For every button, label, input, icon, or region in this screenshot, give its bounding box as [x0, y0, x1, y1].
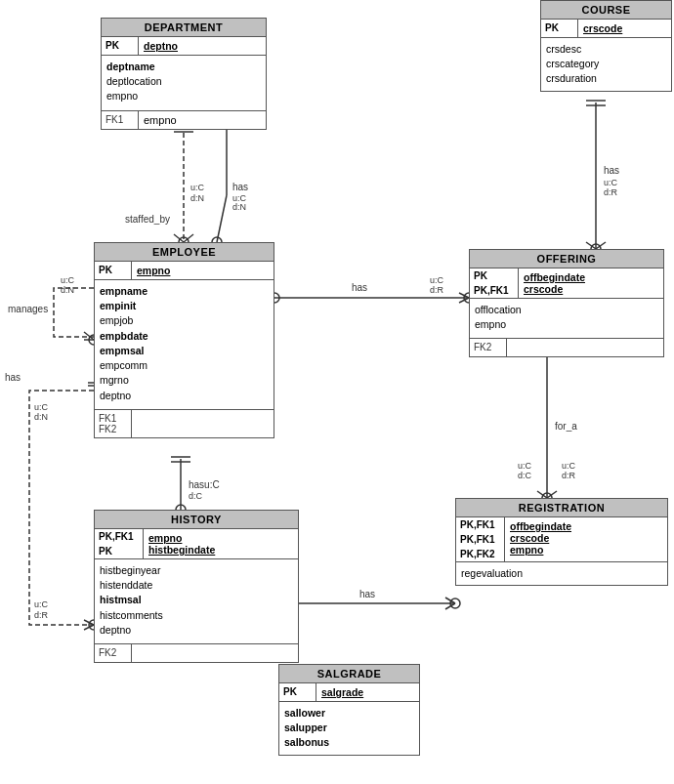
svg-line-74 — [445, 603, 455, 609]
dept-attr-empno: empno — [106, 89, 261, 103]
offering-attr-offlocation: offlocation — [475, 303, 658, 317]
svg-text:staffed_by: staffed_by — [125, 214, 170, 225]
department-pk-attr: deptno — [139, 37, 183, 55]
history-attr-histcomments: histcomments — [100, 608, 293, 623]
svg-line-17 — [84, 332, 94, 340]
svg-point-72 — [450, 598, 460, 608]
course-pk-attr: crscode — [578, 20, 627, 37]
entity-offering: OFFERING PK PK,FK1 offbegindate crscode … — [469, 249, 664, 357]
svg-line-3 — [184, 234, 193, 242]
employee-pk-field: empno — [137, 265, 170, 276]
history-pk-attrs: empno histbegindate — [144, 529, 298, 558]
reg-pk-field1: offbegindate — [510, 520, 662, 532]
offering-pk-attrs: offbegindate crscode — [519, 268, 663, 298]
dept-fk1-attr: empno — [139, 111, 266, 129]
course-pk-field: crscode — [583, 22, 622, 34]
entity-employee: EMPLOYEE PK empno empname empinit empjob… — [94, 242, 274, 438]
course-attr-crsduration: crsduration — [546, 71, 666, 86]
svg-line-24 — [84, 620, 94, 625]
history-pk-label1: PK,FK1 — [95, 529, 143, 544]
svg-text:has: has — [5, 372, 21, 383]
reg-pk-label1: PK,FK1 — [456, 517, 504, 532]
offering-header: OFFERING — [470, 250, 663, 268]
offering-pk-field2: crscode — [524, 283, 658, 295]
svg-text:d:N: d:N — [190, 193, 204, 203]
offering-pk-field1: offbegindate — [524, 271, 658, 283]
emp-attr-deptno: deptno — [100, 389, 269, 403]
salgrade-attr-salbonus: salbonus — [284, 735, 414, 750]
svg-text:u:C: u:C — [604, 178, 618, 187]
svg-text:u:C: u:C — [61, 275, 75, 285]
svg-text:d:R: d:R — [34, 610, 49, 620]
svg-line-38 — [459, 293, 469, 298]
history-attr-deptno: deptno — [100, 623, 293, 638]
course-attr-crscategory: crscategory — [546, 57, 666, 71]
salgrade-attr-sallower: sallower — [284, 706, 414, 721]
svg-text:d:R: d:R — [562, 471, 576, 480]
history-pk-label2: PK — [95, 544, 143, 558]
course-attr-crsdesc: crsdesc — [546, 42, 666, 57]
svg-line-10 — [217, 195, 227, 242]
svg-text:has: has — [352, 282, 367, 293]
svg-line-2 — [174, 234, 184, 242]
salgrade-attr-salupper: salupper — [284, 721, 414, 735]
svg-text:has: has — [604, 165, 619, 176]
entity-course: COURSE PK crscode crsdesc crscategory cr… — [540, 0, 672, 92]
svg-text:d:C: d:C — [189, 491, 203, 501]
svg-text:manages: manages — [8, 304, 48, 314]
svg-line-73 — [445, 598, 455, 603]
svg-text:hasu:C: hasu:C — [189, 479, 220, 490]
svg-text:u:C: u:C — [34, 402, 49, 412]
employee-pk-attr: empno — [132, 262, 175, 279]
history-fk2-attr — [132, 644, 298, 662]
reg-pk-label2: PK,FK1 — [456, 532, 504, 547]
svg-text:for_a: for_a — [555, 421, 577, 432]
emp-attr-empinit: empinit — [100, 299, 269, 313]
offering-pk-label2: PK,FK1 — [470, 283, 518, 298]
dept-fk1-label: FK1 — [102, 111, 139, 129]
employee-header: EMPLOYEE — [95, 243, 274, 262]
reg-attr-regevaluation: regevaluation — [461, 566, 662, 581]
history-fk2-label: FK2 — [95, 644, 132, 662]
emp-attr-empname: empname — [100, 284, 269, 299]
history-attr-histmsal: histmsal — [100, 593, 293, 607]
svg-line-57 — [547, 491, 557, 498]
employee-pk-label: PK — [95, 262, 132, 279]
course-pk-label: PK — [541, 20, 578, 37]
svg-text:d:R: d:R — [604, 187, 618, 197]
svg-text:d:R: d:R — [430, 285, 444, 295]
entity-registration: REGISTRATION PK,FK1 PK,FK1 PK,FK2 offbeg… — [455, 498, 668, 586]
svg-text:d:N: d:N — [232, 202, 246, 212]
department-header: DEPARTMENT — [102, 19, 266, 37]
course-header: COURSE — [541, 1, 671, 20]
history-header: HISTORY — [95, 511, 298, 529]
dept-attr-deptname: deptname — [106, 60, 261, 74]
emp-attr-empjob: empjob — [100, 313, 269, 328]
svg-text:u:C: u:C — [34, 599, 49, 609]
svg-text:u:C: u:C — [430, 275, 444, 285]
salgrade-pk-label: PK — [279, 683, 316, 701]
reg-pk-field2: crscode — [510, 532, 662, 544]
salgrade-header: SALGRADE — [279, 665, 419, 683]
erd-diagram: u:C d:N staffed_by has u:C d:N manages u… — [0, 0, 674, 784]
svg-line-56 — [537, 491, 547, 498]
offering-pk-label1: PK — [470, 268, 518, 283]
svg-text:d:N: d:N — [61, 285, 74, 295]
svg-line-25 — [84, 625, 94, 630]
department-pk-field: deptno — [144, 40, 178, 52]
emp-attr-mgrno: mgrno — [100, 373, 269, 388]
entity-history: HISTORY PK,FK1 PK empno histbegindate hi… — [94, 510, 299, 663]
emp-fk-attr — [132, 410, 274, 437]
history-pk-field1: empno — [148, 532, 293, 544]
emp-attr-empmsal: empmsal — [100, 344, 269, 358]
emp-attr-empbdate: empbdate — [100, 329, 269, 344]
emp-attr-empcomm: empcomm — [100, 358, 269, 373]
entity-department: DEPARTMENT PK deptno deptname deptlocati… — [101, 18, 267, 130]
offering-fk2-attr — [507, 339, 663, 356]
svg-text:u:C: u:C — [562, 461, 576, 471]
offering-fk2-label: FK2 — [470, 339, 507, 356]
history-pk-field2: histbegindate — [148, 544, 293, 556]
reg-pk-field3: empno — [510, 544, 662, 556]
svg-line-46 — [596, 242, 606, 249]
svg-line-45 — [586, 242, 596, 249]
